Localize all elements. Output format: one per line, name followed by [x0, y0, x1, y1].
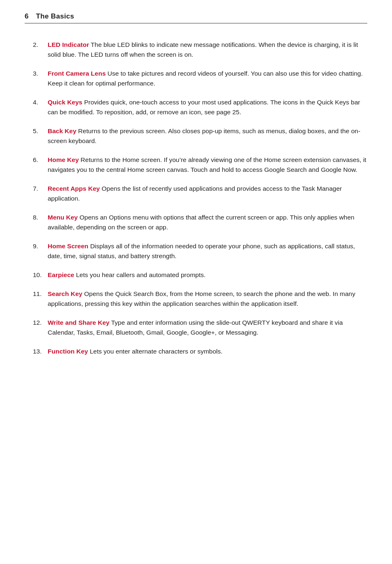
item-body: Menu Key Opens an Options menu with opti… [48, 213, 367, 232]
item-keyword: Recent Apps Key [48, 185, 100, 192]
item-text: Opens the Quick Search Box, from the Hom… [48, 290, 355, 307]
list-items: 2.LED Indicator The blue LED blinks to i… [33, 40, 367, 356]
list-item: 3.Front Camera Lens Use to take pictures… [33, 69, 367, 88]
item-number: 7. [33, 184, 48, 203]
list-item: 6.Home Key Returns to the Home screen. I… [33, 155, 367, 175]
item-number: 9. [33, 241, 48, 261]
item-text: Lets you hear callers and automated prom… [74, 271, 206, 278]
item-body: Quick Keys Provides quick, one-touch acc… [48, 97, 367, 117]
page-header: 6 The Basics [25, 12, 367, 23]
item-keyword: LED Indicator [48, 41, 89, 48]
item-text: Returns to the previous screen. Also clo… [48, 127, 360, 144]
list-item: 7.Recent Apps Key Opens the list of rece… [33, 184, 367, 203]
item-body: Home Key Returns to the Home screen. If … [48, 155, 367, 175]
item-number: 6. [33, 155, 48, 175]
item-number: 13. [33, 347, 48, 356]
item-number: 10. [33, 270, 48, 280]
item-body: LED Indicator The blue LED blinks to ind… [48, 40, 367, 60]
item-text: Lets you enter alternate characters or s… [88, 348, 222, 355]
item-keyword: Home Screen [48, 243, 88, 250]
page-title: The Basics [36, 12, 74, 21]
item-body: Home Screen Displays all of the informat… [48, 241, 367, 261]
item-keyword: Search Key [48, 290, 82, 297]
list-item: 2.LED Indicator The blue LED blinks to i… [33, 40, 367, 60]
list-item: 9.Home Screen Displays all of the inform… [33, 241, 367, 261]
item-number: 4. [33, 97, 48, 117]
item-body: Write and Share Key Type and enter infor… [48, 318, 367, 337]
item-text: Opens an Options menu with options that … [48, 214, 354, 231]
item-body: Recent Apps Key Opens the list of recent… [48, 184, 367, 203]
item-keyword: Menu Key [48, 214, 78, 221]
item-keyword: Function Key [48, 348, 88, 355]
item-keyword: Back Key [48, 127, 76, 134]
item-text: Returns to the Home screen. If you’re al… [48, 156, 366, 173]
item-number: 5. [33, 126, 48, 146]
item-body: Front Camera Lens Use to take pictures a… [48, 69, 367, 88]
item-body: Earpiece Lets you hear callers and autom… [48, 270, 367, 280]
item-text: Provides quick, one-touch access to your… [48, 99, 360, 116]
item-body: Function Key Lets you enter alternate ch… [48, 347, 367, 356]
item-text: The blue LED blinks to indicate new mess… [48, 41, 358, 58]
list-item: 12.Write and Share Key Type and enter in… [33, 318, 367, 337]
item-keyword: Write and Share Key [48, 319, 109, 326]
item-number: 11. [33, 289, 48, 309]
list-item: 13.Function Key Lets you enter alternate… [33, 347, 367, 356]
page-number: 6 [25, 12, 28, 21]
item-keyword: Front Camera Lens [48, 70, 106, 77]
list-item: 5.Back Key Returns to the previous scree… [33, 126, 367, 146]
item-number: 2. [33, 40, 48, 60]
item-keyword: Earpiece [48, 271, 74, 278]
item-body: Back Key Returns to the previous screen.… [48, 126, 367, 146]
item-keyword: Quick Keys [48, 99, 82, 106]
item-body: Search Key Opens the Quick Search Box, f… [48, 289, 367, 309]
item-number: 12. [33, 318, 48, 337]
list-item: 4.Quick Keys Provides quick, one-touch a… [33, 97, 367, 117]
list-item: 8.Menu Key Opens an Options menu with op… [33, 213, 367, 232]
item-number: 3. [33, 69, 48, 88]
item-keyword: Home Key [48, 156, 79, 163]
page: 6 The Basics 2.LED Indicator The blue LE… [0, 0, 392, 564]
item-text: Displays all of the information needed t… [48, 243, 355, 259]
content: 2.LED Indicator The blue LED blinks to i… [25, 40, 367, 356]
list-item: 11.Search Key Opens the Quick Search Box… [33, 289, 367, 309]
list-item: 10.Earpiece Lets you hear callers and au… [33, 270, 367, 280]
item-number: 8. [33, 213, 48, 232]
